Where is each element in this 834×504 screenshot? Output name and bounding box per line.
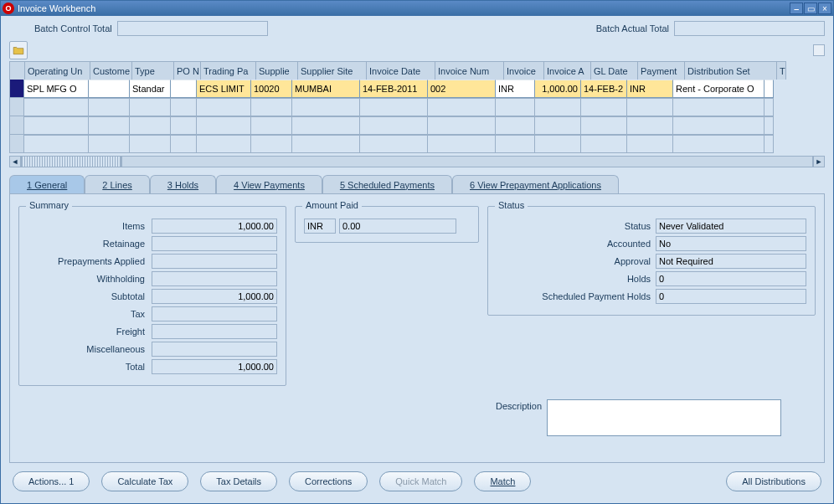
all-distributions-button[interactable]: All Distributions	[726, 471, 821, 491]
tax-details-button[interactable]: Tax Details	[200, 471, 277, 491]
scroll-left-icon[interactable]: ◄	[9, 156, 21, 167]
cell-invoice-curr[interactable]: INR	[495, 80, 535, 98]
status-group: Status Status Accounted Approval Holds S…	[487, 206, 816, 316]
button-bar: Actions... 1 Calculate Tax Tax Details C…	[9, 463, 825, 495]
cell-invoice-num[interactable]: 002	[427, 80, 496, 98]
row-selector[interactable]	[9, 80, 24, 98]
summary-items	[152, 219, 277, 234]
col-distribution-set[interactable]: Distribution Set	[684, 61, 776, 80]
col-invoice-date[interactable]: Invoice Date	[366, 61, 435, 80]
quick-match-button: Quick Match	[379, 471, 462, 491]
batch-control-label: Batch Control Total	[34, 23, 112, 33]
tab-prepayment-applications[interactable]: 6 View Prepayment Applications	[452, 175, 619, 193]
summary-group: Summary Items Retainage Prepayments Appl…	[18, 206, 286, 386]
col-type[interactable]: Type	[131, 61, 173, 80]
folder-icon	[13, 44, 24, 56]
amount-paid-value	[339, 219, 456, 234]
status-approval	[656, 254, 806, 269]
cell-trailing[interactable]	[764, 80, 774, 98]
tab-view-payments[interactable]: 4 View Payments	[216, 175, 322, 193]
col-payment-curr[interactable]: Payment	[637, 61, 684, 80]
cell-invoice-amount[interactable]: 1,000.00	[534, 80, 581, 98]
tab-holds[interactable]: 3 Holds	[150, 175, 216, 193]
calculate-tax-button[interactable]: Calculate Tax	[101, 471, 188, 491]
close-button[interactable]: ×	[818, 3, 831, 14]
titlebar: O Invoice Workbench ‒ ▭ ×	[1, 1, 833, 16]
col-supplier-num[interactable]: Supplie	[255, 61, 297, 80]
cell-customer-tax[interactable]	[88, 80, 130, 98]
scroll-right-icon[interactable]: ►	[813, 156, 825, 167]
batch-actual-label: Batch Actual Total	[596, 23, 669, 33]
summary-tax	[152, 306, 277, 321]
summary-withholding	[152, 271, 277, 286]
summary-total	[152, 359, 277, 374]
row-selector[interactable]	[9, 116, 24, 135]
summary-retainage	[152, 236, 277, 251]
col-trailing[interactable]: T	[776, 61, 786, 80]
status-holds	[656, 271, 806, 286]
col-customer-tax[interactable]: Custome	[90, 61, 131, 80]
tab-lines[interactable]: 2 Lines	[85, 175, 149, 193]
table-row[interactable]	[9, 135, 825, 153]
description-input[interactable]	[547, 399, 781, 436]
table-row[interactable]: SPL MFG O Standar ECS LIMIT 10020 MUMBAI…	[9, 80, 825, 98]
col-supplier-site[interactable]: Supplier Site	[297, 61, 366, 80]
detail-tabs: 1 General 2 Lines 3 Holds 4 View Payment…	[9, 175, 825, 193]
status-scheduled-payment-holds	[656, 289, 806, 304]
cell-gl-date[interactable]: 14-FEB-2	[580, 80, 627, 98]
corrections-button[interactable]: Corrections	[289, 471, 368, 491]
cell-payment-curr[interactable]: INR	[626, 80, 673, 98]
col-po-number[interactable]: PO N	[173, 61, 200, 80]
amount-paid-group: Amount Paid	[295, 206, 479, 243]
status-accounted	[656, 236, 806, 251]
tab-panel-general: Summary Items Retainage Prepayments Appl…	[9, 193, 825, 463]
table-row[interactable]	[9, 98, 825, 116]
batch-control-input[interactable]	[117, 21, 268, 36]
match-button[interactable]: Match	[474, 471, 531, 491]
cell-po-number[interactable]	[170, 80, 197, 98]
batch-actual-input[interactable]	[674, 21, 825, 36]
attachment-indicator	[813, 44, 825, 56]
row-selector[interactable]	[9, 98, 24, 116]
cell-operating-unit[interactable]: SPL MFG O	[23, 80, 89, 98]
col-operating-unit[interactable]: Operating Un	[24, 61, 90, 80]
minimize-button[interactable]: ‒	[790, 3, 803, 14]
col-invoice-num[interactable]: Invoice Num	[435, 61, 503, 80]
cell-invoice-date[interactable]: 14-FEB-2011	[359, 80, 428, 98]
summary-prepayments	[152, 254, 277, 269]
horizontal-scrollbar[interactable]: ◄ ►	[9, 155, 825, 168]
cell-type[interactable]: Standar	[129, 80, 171, 98]
cell-supplier-num[interactable]: 10020	[250, 80, 292, 98]
folder-tools-button[interactable]	[9, 41, 28, 59]
tab-general[interactable]: 1 General	[9, 175, 85, 193]
summary-misc	[152, 342, 277, 357]
table-row[interactable]	[9, 116, 825, 135]
oracle-icon: O	[3, 3, 14, 14]
amount-paid-currency	[304, 219, 336, 234]
window-title: Invoice Workbench	[18, 3, 95, 13]
col-gl-date[interactable]: GL Date	[590, 61, 637, 80]
cell-supplier-site[interactable]: MUMBAI	[291, 80, 360, 98]
maximize-button[interactable]: ▭	[804, 3, 817, 14]
cell-distribution-set[interactable]: Rent - Corporate O	[672, 80, 764, 98]
summary-subtotal	[152, 289, 277, 304]
invoice-workbench-window: O Invoice Workbench ‒ ▭ × Batch Control …	[0, 0, 834, 504]
invoice-grid: Operating Un Custome Type PO N Trading P…	[9, 61, 825, 168]
status-status	[656, 219, 806, 234]
summary-freight	[152, 324, 277, 339]
row-selector[interactable]	[9, 135, 24, 153]
tab-scheduled-payments[interactable]: 5 Scheduled Payments	[322, 175, 452, 193]
col-invoice-curr[interactable]: Invoice	[503, 61, 543, 80]
cell-trading-partner[interactable]: ECS LIMIT	[196, 80, 251, 98]
batch-row: Batch Control Total Batch Actual Total	[9, 21, 825, 36]
actions-button[interactable]: Actions... 1	[13, 471, 90, 491]
col-trading-partner[interactable]: Trading Pa	[200, 61, 255, 80]
description-label: Description	[496, 399, 547, 411]
col-invoice-amount[interactable]: Invoice A	[543, 61, 590, 80]
